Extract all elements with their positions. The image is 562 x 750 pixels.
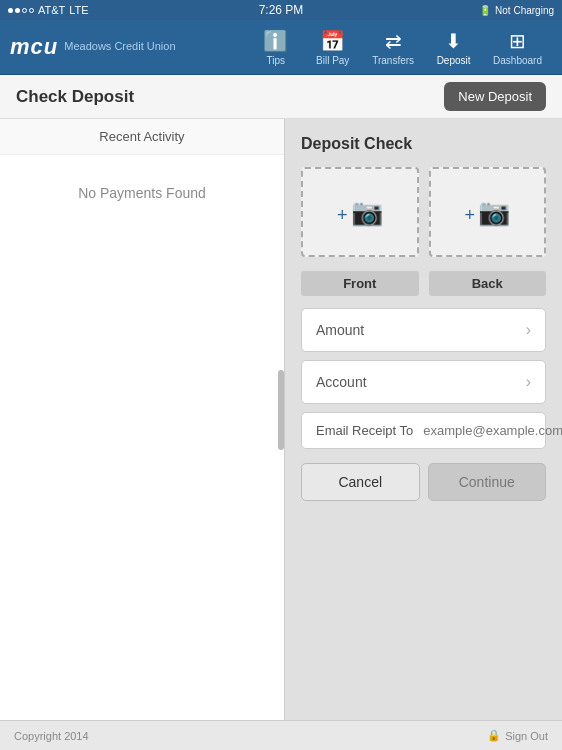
signal-dot-3	[22, 8, 27, 13]
billpay-icon: 📅	[320, 29, 345, 53]
status-right: 🔋 Not Charging	[479, 5, 554, 16]
transfers-label: Transfers	[372, 55, 414, 66]
nav-icons: ℹ️ Tips 📅 Bill Pay ⇄ Transfers ⬇ Deposit…	[248, 23, 552, 72]
amount-chevron-icon: ›	[526, 321, 531, 339]
nav-bar: mcu Meadows Credit Union ℹ️ Tips 📅 Bill …	[0, 20, 562, 75]
signal-dot-1	[8, 8, 13, 13]
nav-item-billpay[interactable]: 📅 Bill Pay	[305, 23, 360, 72]
transfers-icon: ⇄	[385, 29, 402, 53]
dashboard-icon: ⊞	[509, 29, 526, 53]
network-label: LTE	[69, 4, 88, 16]
front-camera-icon: +📷	[337, 197, 383, 228]
footer: Copyright 2014 🔒 Sign Out	[0, 720, 562, 750]
logo-mcu: mcu	[10, 34, 58, 60]
sign-out-label: Sign Out	[505, 730, 548, 742]
signal-dots	[8, 8, 34, 13]
back-camera-icon: +📷	[464, 197, 510, 228]
front-label: Front	[301, 271, 419, 296]
page-title: Check Deposit	[16, 87, 134, 107]
cancel-button[interactable]: Cancel	[301, 463, 420, 501]
sign-out-area[interactable]: 🔒 Sign Out	[487, 729, 548, 742]
tips-icon: ℹ️	[263, 29, 288, 53]
deposit-check-title: Deposit Check	[301, 135, 546, 153]
nav-item-transfers[interactable]: ⇄ Transfers	[362, 23, 424, 72]
email-receipt-label: Email Receipt To	[316, 423, 413, 438]
signal-dot-4	[29, 8, 34, 13]
nav-item-tips[interactable]: ℹ️ Tips	[248, 23, 303, 72]
signal-dot-2	[15, 8, 20, 13]
account-field[interactable]: Account ›	[301, 360, 546, 404]
no-payments-label: No Payments Found	[0, 155, 284, 720]
tips-label: Tips	[266, 55, 285, 66]
buttons-row: Cancel Continue	[301, 463, 546, 501]
account-chevron-icon: ›	[526, 373, 531, 391]
amount-label: Amount	[316, 322, 364, 338]
email-row: Email Receipt To	[301, 412, 546, 449]
logo-area: mcu Meadows Credit Union	[10, 34, 248, 60]
deposit-icon: ⬇	[445, 29, 462, 53]
nav-item-deposit[interactable]: ⬇ Deposit	[426, 23, 481, 72]
continue-button[interactable]: Continue	[428, 463, 547, 501]
email-input[interactable]	[423, 423, 562, 438]
account-label: Account	[316, 374, 367, 390]
photo-labels: Front Back	[301, 271, 546, 296]
billpay-label: Bill Pay	[316, 55, 349, 66]
back-label: Back	[429, 271, 547, 296]
scroll-indicator[interactable]	[278, 370, 284, 450]
nav-item-dashboard[interactable]: ⊞ Dashboard	[483, 23, 552, 72]
amount-field[interactable]: Amount ›	[301, 308, 546, 352]
left-panel: Recent Activity No Payments Found	[0, 119, 285, 720]
logo-text: Meadows Credit Union	[64, 40, 175, 53]
front-photo-box[interactable]: +📷	[301, 167, 419, 257]
battery-icon: 🔋	[479, 5, 491, 16]
new-deposit-button[interactable]: New Deposit	[444, 82, 546, 111]
battery-label: Not Charging	[495, 5, 554, 16]
recent-activity-header: Recent Activity	[0, 119, 284, 155]
right-panel: Deposit Check +📷 +📷 Front Back Amount › …	[285, 119, 562, 720]
header-bar: Check Deposit New Deposit	[0, 75, 562, 119]
deposit-label: Deposit	[437, 55, 471, 66]
back-photo-box[interactable]: +📷	[429, 167, 547, 257]
dashboard-label: Dashboard	[493, 55, 542, 66]
photo-row: +📷 +📷	[301, 167, 546, 257]
status-left: AT&T LTE	[8, 4, 89, 16]
carrier-label: AT&T	[38, 4, 65, 16]
lock-icon: 🔒	[487, 729, 501, 742]
status-time: 7:26 PM	[259, 3, 304, 17]
main-content: Recent Activity No Payments Found Deposi…	[0, 119, 562, 720]
copyright-label: Copyright 2014	[14, 730, 89, 742]
status-bar: AT&T LTE 7:26 PM 🔋 Not Charging	[0, 0, 562, 20]
